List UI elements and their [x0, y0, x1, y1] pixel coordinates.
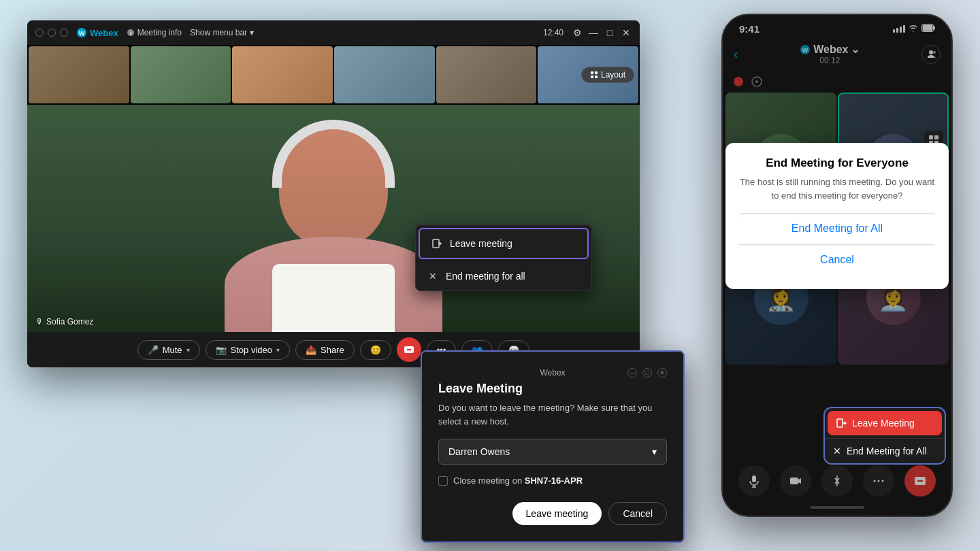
dropdown-chevron-icon: ▾ — [652, 446, 657, 457]
mobile-end-meeting-dialog: End Meeting for Everyone The host is sti… — [725, 143, 949, 289]
svg-text:i: i — [130, 31, 131, 37]
svg-rect-8 — [433, 239, 439, 248]
close-window-icon[interactable]: ✕ — [621, 27, 632, 38]
dialog-title: Leave Meeting — [438, 382, 667, 396]
end-meeting-label: End meeting for all — [446, 271, 525, 282]
video-dropdown-menu: Leave meeting ✕ End meeting for all — [415, 224, 592, 291]
svg-rect-7 — [595, 76, 598, 78]
camera-icon: 📷 — [216, 345, 227, 355]
participant-strip: Layout — [27, 45, 640, 105]
dialog-close-btn[interactable]: ✕ — [657, 368, 667, 378]
end-icon: ✕ — [427, 270, 439, 282]
meeting-info-label: Meeting info — [137, 28, 182, 37]
minimize-icon[interactable]: — — [588, 27, 599, 38]
app-logo: W Webex — [76, 27, 118, 38]
participant-name-tag: 🎙 Sofia Gomez — [35, 317, 93, 327]
share-label: Share — [321, 345, 344, 355]
end-call-button[interactable] — [397, 337, 421, 362]
leave-meeting-dialog: Webex — □ ✕ Leave Meeting Do you want to… — [421, 350, 685, 543]
show-menu-label: Show menu bar — [190, 28, 247, 37]
dialog-title-bar: Webex — □ ✕ — [438, 368, 667, 378]
meeting-info-btn[interactable]: i Meeting info — [127, 28, 182, 37]
restore-icon[interactable]: □ — [604, 27, 615, 38]
window-maximize-btn[interactable] — [60, 29, 68, 37]
mic-icon: 🎤 — [148, 345, 159, 355]
mute-dropdown-arrow: ▾ — [186, 346, 190, 354]
meeting-id: SHN7-16-APR — [525, 475, 583, 486]
end-x-icon: ✕ — [833, 446, 841, 456]
dialog-minimize-btn[interactable]: — — [627, 368, 637, 378]
show-menu-bar-btn[interactable]: Show menu bar ▾ — [190, 28, 254, 37]
mobile-bottom-popup: Leave Meeting ✕ End Meeting for All — [823, 407, 946, 465]
dialog-restore-btn[interactable]: □ — [642, 368, 652, 378]
mobile-cancel-btn[interactable]: Cancel — [739, 245, 935, 274]
mic-icon: 🎙 — [35, 317, 44, 327]
layout-label: Layout — [601, 70, 625, 80]
window-titlebar: W Webex i Meeting info Show menu bar ▾ 1… — [27, 20, 640, 45]
leave-meeting-confirm-btn[interactable]: Leave meeting — [512, 502, 602, 525]
leave-icon — [836, 418, 847, 429]
share-icon: 📤 — [306, 345, 316, 355]
host-name: Darren Owens — [448, 446, 510, 457]
dialog-description: Do you want to leave the meeting? Make s… — [438, 401, 667, 428]
leave-meeting-option[interactable]: Leave meeting — [419, 228, 589, 259]
leave-meeting-label: Leave meeting — [450, 238, 512, 249]
desktop-app-window: W Webex i Meeting info Show menu bar ▾ 1… — [27, 20, 640, 367]
close-meeting-text: Close meeting on SHN7-16-APR — [453, 475, 583, 486]
mobile-end-all-label: End Meeting for All — [847, 446, 927, 456]
window-close-btn[interactable] — [35, 29, 44, 37]
emoji-icon: 😊 — [370, 345, 381, 355]
leave-icon — [431, 237, 443, 250]
svg-rect-4 — [591, 71, 593, 74]
window-minimize-btn[interactable] — [48, 29, 56, 37]
cancel-dialog-btn[interactable]: Cancel — [608, 502, 667, 525]
host-selector[interactable]: Darren Owens ▾ — [438, 439, 667, 465]
close-meeting-row: Close meeting on SHN7-16-APR — [438, 475, 667, 486]
mobile-leave-meeting-btn[interactable]: Leave Meeting — [828, 411, 942, 435]
titlebar-action-icons: ⚙ — □ ✕ — [572, 27, 632, 38]
chevron-down-icon: ▾ — [250, 28, 254, 37]
svg-text:W: W — [79, 30, 85, 37]
participant-thumb-3[interactable] — [232, 46, 333, 103]
svg-rect-20 — [837, 419, 843, 427]
stop-video-label: Stop video — [231, 345, 272, 355]
mute-label: Mute — [163, 345, 182, 355]
mobile-app: 9:41 ‹ W Webex ⌄ 00:12 — [721, 14, 953, 517]
window-time: 12:40 — [543, 28, 564, 37]
close-meeting-checkbox[interactable] — [438, 476, 448, 486]
mobile-end-all-btn[interactable]: End Meeting for All — [739, 214, 935, 243]
participant-thumb-5[interactable] — [436, 46, 537, 103]
share-button[interactable]: 📤 Share — [295, 340, 355, 360]
participant-thumb-2[interactable] — [131, 46, 231, 103]
settings-icon[interactable]: ⚙ — [572, 27, 583, 38]
end-meeting-all-option[interactable]: ✕ End meeting for all — [416, 262, 591, 290]
participant-thumb-1[interactable] — [29, 46, 129, 103]
mobile-dialog-description: The host is still running this meeting. … — [739, 176, 935, 202]
dialog-action-buttons: Leave meeting Cancel — [438, 502, 667, 525]
svg-rect-6 — [591, 76, 593, 78]
dialog-app-name: Webex — [540, 368, 565, 378]
mobile-leave-label: Leave Meeting — [852, 418, 915, 429]
window-controls — [35, 29, 68, 37]
reactions-button[interactable]: 😊 — [360, 340, 391, 360]
main-video-area: 🎙 Sofia Gomez Leave meeting ✕ End meetin… — [27, 105, 640, 332]
video-dropdown-arrow: ▾ — [276, 346, 280, 354]
participant-thumb-4[interactable] — [334, 46, 435, 103]
mobile-dialog-title: End Meeting for Everyone — [739, 156, 935, 170]
mute-button[interactable]: 🎤 Mute ▾ — [137, 340, 200, 360]
mobile-end-all-popup-btn[interactable]: ✕ End Meeting for All — [825, 438, 945, 463]
svg-rect-5 — [595, 71, 598, 74]
layout-button[interactable]: Layout — [581, 67, 634, 83]
stop-video-button[interactable]: 📷 Stop video ▾ — [206, 340, 290, 360]
app-name-label: Webex — [90, 28, 118, 38]
participant-name-text: Sofia Gomez — [46, 317, 93, 327]
main-video-feed — [27, 105, 640, 332]
